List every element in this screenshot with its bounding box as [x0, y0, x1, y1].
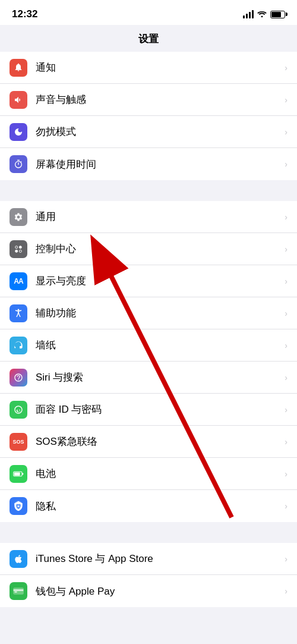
- page-title: 设置: [138, 33, 159, 45]
- row-display[interactable]: AA 显示与亮度 ›: [0, 265, 297, 297]
- bottom-spacer: [0, 607, 297, 625]
- dnd-label: 勿扰模式: [36, 125, 285, 139]
- notification-chevron: ›: [285, 63, 287, 73]
- row-battery[interactable]: 电池 ›: [0, 458, 297, 490]
- section-gap-2: [0, 522, 297, 543]
- section-gap-1: [0, 180, 297, 201]
- battery-label: 电池: [36, 467, 285, 480]
- svg-rect-6: [22, 473, 23, 475]
- controlcenter-icon: [10, 240, 27, 258]
- controlcenter-chevron: ›: [285, 244, 287, 254]
- svg-point-0: [15, 246, 18, 248]
- accessibility-icon: [10, 304, 27, 322]
- sos-icon: SOS: [10, 433, 27, 451]
- wallet-label: 钱包与 Apple Pay: [36, 585, 285, 598]
- row-itunes[interactable]: iTunes Store 与 App Store ›: [0, 543, 297, 575]
- row-screentime[interactable]: 屏幕使用时间 ›: [0, 148, 297, 180]
- row-sound[interactable]: 声音与触感 ›: [0, 84, 297, 116]
- page-header: 设置: [0, 25, 297, 52]
- row-dnd[interactable]: 勿扰模式 ›: [0, 116, 297, 148]
- itunes-chevron: ›: [285, 554, 287, 564]
- svg-point-3: [19, 250, 21, 252]
- battery-fill: [271, 12, 281, 17]
- svg-rect-7: [14, 472, 20, 475]
- svg-point-2: [15, 250, 18, 252]
- battery-row-icon: [10, 465, 27, 483]
- wifi-icon: [257, 10, 267, 19]
- notification-icon: [10, 59, 27, 77]
- screentime-label: 屏幕使用时间: [36, 158, 285, 171]
- settings-section-3: iTunes Store 与 App Store › 钱包与 Apple Pay…: [0, 543, 297, 607]
- sos-chevron: ›: [285, 437, 287, 447]
- siri-chevron: ›: [285, 373, 287, 382]
- svg-point-4: [18, 309, 20, 310]
- svg-point-1: [19, 246, 21, 248]
- general-chevron: ›: [285, 212, 287, 222]
- privacy-chevron: ›: [285, 501, 287, 511]
- controlcenter-label: 控制中心: [36, 242, 285, 256]
- sound-icon: [10, 91, 27, 109]
- status-icons: [243, 10, 285, 19]
- notification-label: 通知: [36, 61, 285, 74]
- wallet-chevron: ›: [285, 586, 287, 596]
- display-chevron: ›: [285, 277, 287, 286]
- row-general[interactable]: 通用 ›: [0, 201, 297, 233]
- faceid-label: 面容 ID 与密码: [36, 403, 285, 416]
- privacy-label: 隐私: [36, 500, 285, 513]
- screentime-icon: [10, 155, 27, 173]
- dnd-chevron: ›: [285, 127, 287, 137]
- display-label: 显示与亮度: [36, 274, 285, 288]
- row-sos[interactable]: SOS SOS紧急联络 ›: [0, 426, 297, 458]
- general-label: 通用: [36, 210, 285, 224]
- settings-section-1: 通知 › 声音与触感 › 勿扰模式 › 屏幕使用时间 ›: [0, 52, 297, 180]
- siri-label: Siri 与搜索: [36, 370, 285, 384]
- sound-chevron: ›: [285, 95, 287, 105]
- svg-rect-9: [14, 589, 24, 591]
- wallpaper-label: 墙纸: [36, 338, 285, 352]
- battery-chevron: ›: [285, 469, 287, 479]
- row-faceid[interactable]: 面容 ID 与密码 ›: [0, 394, 297, 426]
- settings-section-2: 通用 › 控制中心 › AA 显示与亮度 › 辅助功能 ›: [0, 201, 297, 522]
- siri-icon: [10, 369, 27, 387]
- svg-rect-10: [14, 592, 17, 593]
- row-notification[interactable]: 通知 ›: [0, 52, 297, 84]
- wallpaper-chevron: ›: [285, 341, 287, 350]
- faceid-chevron: ›: [285, 405, 287, 414]
- faceid-icon: [10, 401, 27, 419]
- general-icon: [10, 208, 27, 226]
- row-accessibility[interactable]: 辅助功能 ›: [0, 297, 297, 329]
- privacy-icon: [10, 497, 27, 515]
- accessibility-chevron: ›: [285, 309, 287, 318]
- itunes-icon: [10, 550, 27, 568]
- sos-label: SOS紧急联络: [36, 435, 285, 448]
- screentime-chevron: ›: [285, 159, 287, 169]
- row-privacy[interactable]: 隐私 ›: [0, 490, 297, 522]
- sound-label: 声音与触感: [36, 93, 285, 106]
- accessibility-label: 辅助功能: [36, 306, 285, 320]
- row-wallpaper[interactable]: 墙纸 ›: [0, 329, 297, 362]
- row-wallet[interactable]: 钱包与 Apple Pay ›: [0, 575, 297, 607]
- signal-icon: [243, 10, 254, 18]
- battery-icon: [270, 11, 285, 18]
- dnd-icon: [10, 123, 27, 141]
- row-controlcenter[interactable]: 控制中心 ›: [0, 233, 297, 265]
- display-icon: AA: [10, 272, 27, 290]
- status-time: 12:32: [12, 8, 37, 20]
- status-bar: 12:32: [0, 0, 297, 25]
- row-siri[interactable]: Siri 与搜索 ›: [0, 362, 297, 394]
- wallpaper-icon: [10, 337, 27, 354]
- itunes-label: iTunes Store 与 App Store: [36, 552, 285, 566]
- wallet-icon: [10, 582, 27, 600]
